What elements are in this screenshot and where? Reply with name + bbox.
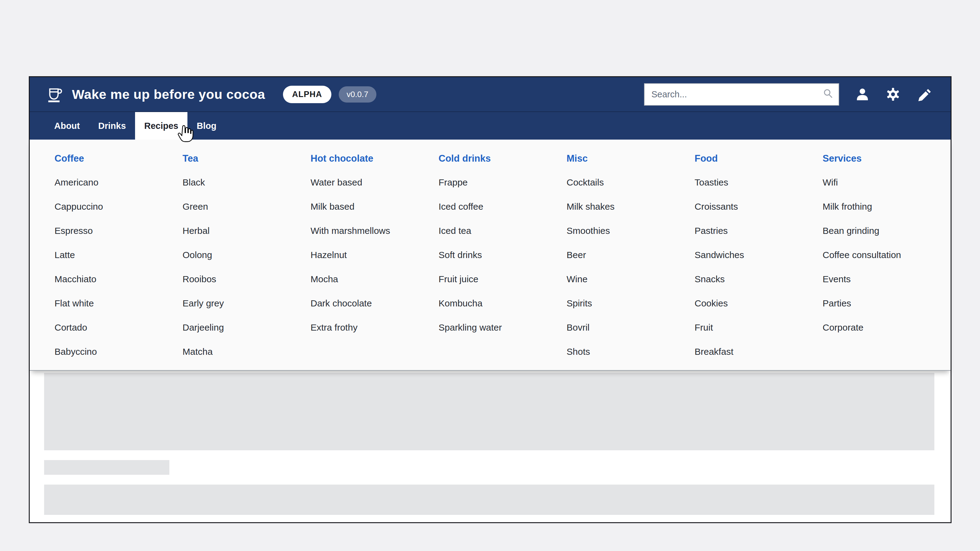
menu-item[interactable]: Babyccino	[54, 346, 183, 371]
content-placeholder-bar	[44, 460, 169, 475]
menu-item[interactable]: Latte	[54, 250, 183, 274]
menu-item[interactable]: Americano	[54, 177, 183, 202]
search-input[interactable]	[651, 89, 822, 100]
menu-column-title: Misc	[566, 153, 695, 177]
menu-item[interactable]: Macchiato	[54, 274, 183, 298]
menu-item[interactable]: Black	[183, 177, 310, 202]
menu-column-coffee: Coffee Americano Cappuccino Espresso Lat…	[54, 153, 183, 370]
menu-item[interactable]: Flat white	[54, 298, 183, 322]
tab-about[interactable]: About	[45, 112, 89, 140]
menu-item[interactable]: Mocha	[310, 274, 439, 298]
menu-item[interactable]: Sparkling water	[439, 322, 566, 346]
menu-column-hot-chocolate: Hot chocolate Water based Milk based Wit…	[310, 153, 439, 370]
menu-item[interactable]: Milk shakes	[566, 202, 695, 225]
menu-item[interactable]: Shots	[566, 346, 695, 371]
menu-item[interactable]: Herbal	[183, 225, 310, 250]
menu-column-services: Services Wifi Milk frothing Bean grindin…	[822, 153, 951, 370]
menu-item[interactable]: Milk frothing	[822, 202, 951, 225]
gear-icon[interactable]	[886, 87, 900, 102]
tab-recipes[interactable]: Recipes	[135, 112, 188, 140]
app-window: Wake me up before you cocoa ALPHA v0.0.7	[29, 76, 951, 523]
menu-item[interactable]: Iced coffee	[439, 202, 566, 225]
menu-item[interactable]: Croissants	[695, 202, 822, 225]
menu-item[interactable]: Frappe	[439, 177, 566, 202]
menu-item[interactable]: Iced tea	[439, 225, 566, 250]
tab-drinks[interactable]: Drinks	[89, 112, 135, 140]
menu-item[interactable]: Dark chocolate	[310, 298, 439, 322]
alpha-badge: ALPHA	[283, 86, 331, 103]
menu-item[interactable]: Wifi	[822, 177, 951, 202]
menu-item[interactable]: Sandwiches	[695, 250, 822, 274]
menu-item[interactable]: Early grey	[183, 298, 310, 322]
menu-item[interactable]: Corporate	[822, 322, 951, 346]
search-icon	[822, 88, 834, 100]
menu-column-title: Food	[695, 153, 822, 177]
menu-item[interactable]: Bean grinding	[822, 225, 951, 250]
menu-item[interactable]: Snacks	[695, 274, 822, 298]
menu-column-title: Services	[822, 153, 951, 177]
menu-item[interactable]: Toasties	[695, 177, 822, 202]
menu-item[interactable]: Milk based	[310, 202, 439, 225]
header-actions	[855, 87, 931, 102]
menu-item[interactable]: Darjeeling	[183, 322, 310, 346]
menu-item[interactable]: Oolong	[183, 250, 310, 274]
menu-item[interactable]: Cookies	[695, 298, 822, 322]
menu-item[interactable]: Smoothies	[566, 225, 695, 250]
menu-item[interactable]: Spirits	[566, 298, 695, 322]
content-placeholder-block	[44, 373, 934, 450]
menu-column-misc: Misc Cocktails Milk shakes Smoothies Bee…	[566, 153, 695, 370]
menu-column-title: Tea	[183, 153, 310, 177]
menu-item[interactable]: Breakfast	[695, 346, 822, 371]
menu-item[interactable]: Cortado	[54, 322, 183, 346]
menu-column-tea: Tea Black Green Herbal Oolong Rooibos Ea…	[183, 153, 310, 370]
menu-item[interactable]: Fruit	[695, 322, 822, 346]
menu-item[interactable]: Extra frothy	[310, 322, 439, 346]
header-bar: Wake me up before you cocoa ALPHA v0.0.7	[30, 77, 951, 112]
menu-column-cold-drinks: Cold drinks Frappe Iced coffee Iced tea …	[439, 153, 566, 370]
menu-column-title: Cold drinks	[439, 153, 566, 177]
menu-item[interactable]: Rooibos	[183, 274, 310, 298]
recipes-mega-menu: Coffee Americano Cappuccino Espresso Lat…	[30, 140, 951, 371]
menu-item[interactable]: Matcha	[183, 346, 310, 371]
menu-item[interactable]: Soft drinks	[439, 250, 566, 274]
menu-item[interactable]: Parties	[822, 298, 951, 322]
menu-item[interactable]: Green	[183, 202, 310, 225]
menu-item[interactable]: Fruit juice	[439, 274, 566, 298]
menu-item[interactable]: Pastries	[695, 225, 822, 250]
menu-item[interactable]: Hazelnut	[310, 250, 439, 274]
menu-item[interactable]: Beer	[566, 250, 695, 274]
menu-item[interactable]: With marshmellows	[310, 225, 439, 250]
menu-column-title: Hot chocolate	[310, 153, 439, 177]
menu-item[interactable]: Coffee consultation	[822, 250, 951, 274]
coffee-cup-icon	[46, 86, 64, 103]
menu-item[interactable]: Kombucha	[439, 298, 566, 322]
search-box[interactable]	[644, 83, 839, 106]
nav-tabs: About Drinks Recipes Blog	[30, 112, 951, 140]
menu-column-food: Food Toasties Croissants Pastries Sandwi…	[695, 153, 822, 370]
content-placeholder-block	[44, 484, 934, 515]
menu-item[interactable]: Cocktails	[566, 177, 695, 202]
menu-item[interactable]: Events	[822, 274, 951, 298]
menu-item[interactable]: Espresso	[54, 225, 183, 250]
tab-blog[interactable]: Blog	[188, 112, 225, 140]
page-title: Wake me up before you cocoa	[72, 87, 265, 102]
menu-item[interactable]: Bovril	[566, 322, 695, 346]
menu-item[interactable]: Wine	[566, 274, 695, 298]
menu-item[interactable]: Water based	[310, 177, 439, 202]
menu-item[interactable]: Cappuccino	[54, 202, 183, 225]
pencil-icon[interactable]	[916, 87, 931, 102]
menu-column-title: Coffee	[54, 153, 183, 177]
user-icon[interactable]	[855, 87, 870, 102]
version-badge: v0.0.7	[339, 86, 376, 103]
